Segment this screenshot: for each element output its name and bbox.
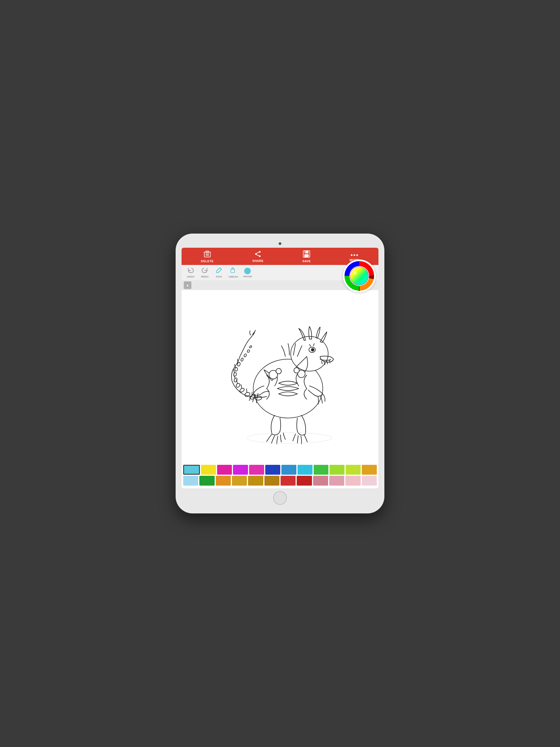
color-wheel-svg [344, 261, 374, 291]
svg-point-46 [235, 367, 238, 371]
svg-point-38 [294, 368, 299, 373]
svg-point-32 [311, 349, 314, 351]
svg-point-50 [247, 350, 250, 353]
palette-row-1 [183, 465, 377, 475]
color-wheel[interactable] [343, 259, 376, 292]
color-swatch-row1-5[interactable] [265, 465, 280, 475]
svg-rect-19 [231, 269, 235, 273]
normal-label: Normal [244, 275, 252, 278]
color-swatch-row2-10[interactable] [345, 476, 360, 486]
color-swatch-row1-8[interactable] [314, 465, 329, 475]
normal-button[interactable]: Normal [242, 268, 253, 278]
svg-point-49 [244, 354, 247, 357]
color-swatch-row2-11[interactable] [362, 476, 377, 486]
svg-rect-12 [305, 251, 308, 254]
svg-point-48 [240, 358, 244, 362]
dragon-image [196, 303, 364, 450]
svg-point-17 [356, 254, 358, 256]
tablet-frame: DELETE SHARE [176, 234, 384, 513]
scroll-up-button[interactable]: ▲ [184, 281, 192, 289]
undo-button[interactable]: UNDO [185, 267, 196, 278]
svg-point-52 [247, 433, 332, 443]
save-button[interactable]: SAVE [298, 251, 315, 263]
svg-rect-2 [206, 251, 209, 252]
color-swatch-row2-4[interactable] [248, 476, 263, 486]
svg-point-51 [249, 345, 252, 349]
svg-rect-13 [304, 254, 309, 257]
save-label: SAVE [302, 259, 311, 263]
share-label: SHARE [252, 259, 263, 262]
color-swatch-row2-9[interactable] [329, 476, 344, 486]
share-button[interactable]: SHARE [248, 251, 268, 262]
drawing-canvas[interactable] [182, 290, 378, 463]
svg-rect-25 [350, 267, 368, 285]
color-swatch-row1-7[interactable] [298, 465, 312, 475]
tablet-screen: DELETE SHARE [182, 248, 378, 488]
svg-line-10 [256, 255, 259, 256]
color-swatch-row2-8[interactable] [313, 476, 328, 486]
tablet-camera [279, 242, 281, 245]
save-icon [303, 251, 310, 259]
color-swatch-row1-0[interactable] [183, 465, 200, 475]
color-swatch-row1-2[interactable] [217, 465, 232, 475]
addline-label: AddLine [229, 275, 238, 278]
svg-point-18 [220, 268, 221, 269]
pick-icon [216, 267, 222, 275]
color-swatch-row2-5[interactable] [264, 476, 279, 486]
share-icon [254, 251, 261, 258]
more-icon [350, 252, 358, 258]
undo-icon [187, 267, 194, 275]
svg-point-37 [276, 368, 281, 374]
redo-icon [202, 267, 208, 275]
color-swatch-row2-1[interactable] [199, 476, 214, 486]
secondary-toolbar: UNDO REDO [182, 265, 378, 280]
color-swatch-row1-6[interactable] [281, 465, 297, 475]
redo-label: REDO [201, 275, 208, 278]
color-swatch-row1-4[interactable] [249, 465, 264, 475]
delete-button[interactable]: DELETE [197, 251, 218, 263]
color-swatch-row2-6[interactable] [281, 476, 296, 486]
color-swatch-row1-3[interactable] [233, 465, 248, 475]
svg-line-9 [256, 252, 259, 254]
color-palette [182, 463, 378, 488]
pick-label: PICK [216, 275, 222, 278]
svg-line-21 [233, 268, 234, 269]
delete-icon [204, 251, 211, 259]
color-swatch-row1-10[interactable] [346, 465, 361, 475]
normal-icon [244, 268, 251, 274]
svg-rect-14 [305, 251, 306, 253]
color-swatch-row2-2[interactable] [216, 476, 231, 486]
svg-point-16 [354, 254, 355, 256]
delete-label: DELETE [201, 259, 213, 263]
addline-icon [230, 267, 236, 275]
svg-marker-28 [358, 290, 360, 291]
color-swatch-row2-0[interactable] [183, 476, 198, 486]
palette-row-2 [183, 476, 377, 486]
pick-button[interactable]: PICK [213, 267, 225, 278]
color-swatch-row1-9[interactable] [330, 465, 345, 475]
color-swatch-row1-11[interactable] [362, 465, 377, 475]
addline-button[interactable]: AddLine [228, 267, 239, 278]
color-swatch-row1-1[interactable] [201, 465, 216, 475]
color-swatch-row2-7[interactable] [297, 476, 312, 486]
redo-button[interactable]: REDO [199, 267, 210, 278]
svg-point-43 [235, 383, 240, 388]
color-swatch-row2-3[interactable] [232, 476, 247, 486]
undo-label: UNDO [187, 275, 195, 278]
home-button[interactable] [273, 491, 287, 505]
svg-point-15 [351, 254, 353, 256]
